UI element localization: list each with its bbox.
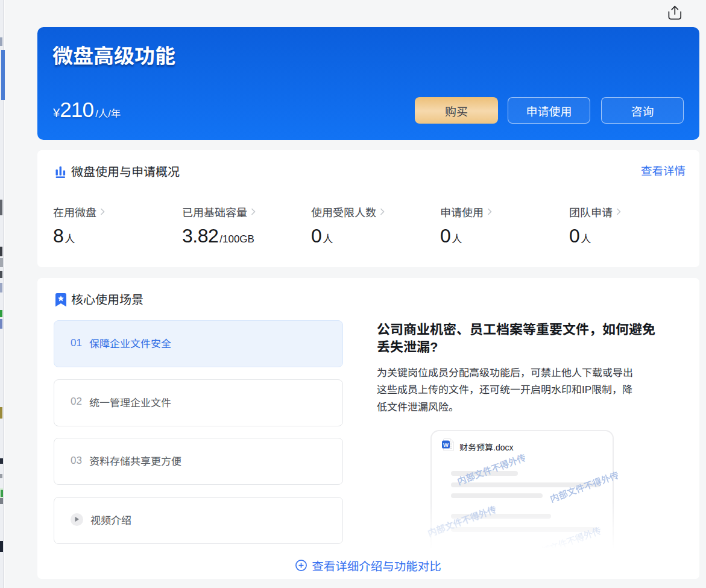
svg-text:W: W <box>443 441 449 448</box>
